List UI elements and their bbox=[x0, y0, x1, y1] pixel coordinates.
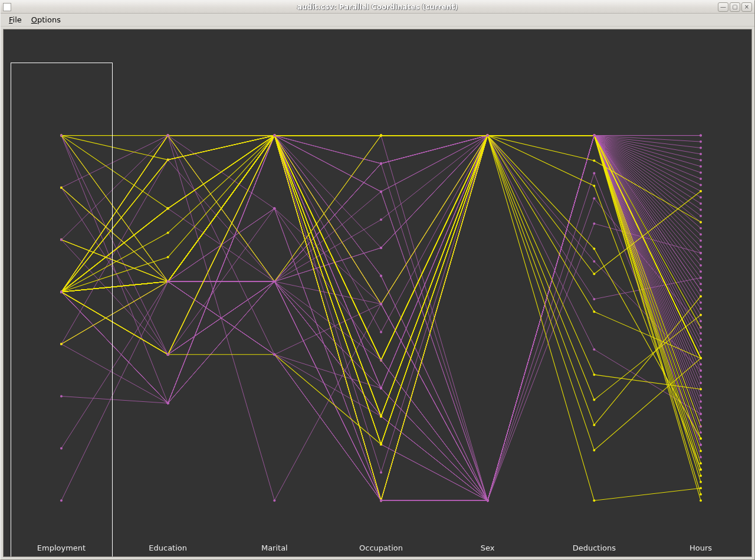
svg-point-419 bbox=[700, 245, 702, 248]
svg-point-654 bbox=[380, 331, 382, 333]
svg-point-650 bbox=[700, 172, 702, 174]
svg-point-754 bbox=[593, 424, 595, 426]
svg-point-792 bbox=[167, 353, 169, 356]
svg-point-461 bbox=[700, 283, 702, 285]
svg-point-691 bbox=[593, 135, 595, 137]
svg-point-328 bbox=[700, 407, 702, 409]
svg-point-609 bbox=[60, 186, 63, 189]
svg-point-726 bbox=[593, 185, 595, 187]
svg-point-591 bbox=[380, 191, 382, 193]
svg-point-787 bbox=[380, 499, 382, 502]
svg-point-686 bbox=[60, 135, 63, 137]
svg-point-741 bbox=[700, 487, 702, 489]
svg-point-573 bbox=[700, 456, 702, 459]
svg-point-223 bbox=[700, 240, 702, 242]
svg-point-762 bbox=[700, 190, 702, 192]
svg-point-463 bbox=[167, 232, 169, 234]
svg-point-196 bbox=[60, 499, 63, 502]
plot-frame: EmploymentEducationMaritalOccupationSexD… bbox=[3, 29, 752, 557]
app-icon bbox=[3, 3, 11, 11]
svg-point-329 bbox=[60, 395, 63, 397]
svg-point-517 bbox=[700, 499, 702, 502]
svg-point-618 bbox=[273, 207, 275, 209]
svg-point-447 bbox=[700, 481, 702, 483]
svg-point-768 bbox=[593, 222, 595, 225]
svg-point-733 bbox=[593, 374, 595, 376]
svg-point-62 bbox=[700, 307, 702, 310]
svg-point-782 bbox=[593, 348, 595, 351]
svg-point-195 bbox=[700, 270, 702, 273]
svg-point-715 bbox=[167, 159, 169, 161]
svg-point-482 bbox=[700, 202, 702, 205]
menu-file[interactable]: File bbox=[4, 14, 27, 25]
svg-point-658 bbox=[60, 343, 63, 345]
parallel-coordinates-plot[interactable]: EmploymentEducationMaritalOccupationSexD… bbox=[4, 30, 751, 556]
svg-point-636 bbox=[700, 474, 702, 477]
svg-point-783 bbox=[700, 412, 702, 415]
menu-options[interactable]: Options bbox=[27, 14, 65, 25]
svg-point-440 bbox=[700, 376, 702, 378]
svg-point-279 bbox=[700, 345, 702, 347]
svg-point-795 bbox=[487, 135, 489, 137]
svg-point-799 bbox=[167, 280, 169, 283]
svg-point-790 bbox=[700, 326, 702, 329]
svg-point-209 bbox=[700, 462, 702, 464]
svg-point-789 bbox=[593, 197, 595, 199]
svg-point-587 bbox=[700, 493, 702, 496]
svg-point-125 bbox=[700, 431, 702, 434]
svg-point-800 bbox=[273, 135, 275, 137]
svg-point-705 bbox=[593, 399, 595, 401]
svg-point-797 bbox=[700, 369, 702, 372]
svg-point-629 bbox=[700, 147, 702, 149]
minimize-button[interactable]: — bbox=[718, 2, 728, 12]
svg-point-594 bbox=[700, 208, 702, 211]
svg-point-775 bbox=[593, 298, 595, 300]
svg-point-769 bbox=[700, 252, 702, 254]
svg-point-503 bbox=[700, 233, 702, 235]
svg-point-682 bbox=[380, 471, 382, 474]
window-frame: audit.csv: Parallel Coordinates (current… bbox=[0, 0, 755, 560]
svg-point-601 bbox=[700, 178, 702, 180]
svg-point-671 bbox=[700, 165, 702, 168]
svg-point-300 bbox=[700, 159, 702, 162]
svg-point-734 bbox=[700, 388, 702, 390]
svg-point-796 bbox=[593, 260, 595, 263]
close-button[interactable]: × bbox=[741, 2, 752, 12]
svg-point-167 bbox=[700, 289, 702, 292]
svg-point-377 bbox=[700, 332, 702, 335]
menu-file-tail: ile bbox=[13, 15, 22, 24]
svg-point-780 bbox=[380, 359, 382, 361]
svg-point-405 bbox=[700, 400, 702, 402]
pc-svg bbox=[4, 30, 751, 556]
svg-point-801 bbox=[380, 387, 382, 389]
svg-point-698 bbox=[593, 310, 595, 313]
svg-point-706 bbox=[700, 314, 702, 316]
svg-point-99 bbox=[167, 256, 169, 258]
svg-point-678 bbox=[700, 140, 702, 143]
window-buttons: — ▢ × bbox=[718, 2, 752, 12]
svg-point-798 bbox=[60, 291, 63, 293]
svg-point-802 bbox=[487, 499, 489, 502]
svg-point-745 bbox=[380, 415, 382, 417]
maximize-button[interactable]: ▢ bbox=[730, 2, 740, 12]
svg-point-727 bbox=[700, 469, 702, 471]
titlebar[interactable]: audit.csv: Parallel Coordinates (current… bbox=[1, 1, 754, 14]
svg-point-794 bbox=[380, 162, 382, 165]
svg-point-325 bbox=[380, 218, 382, 221]
svg-point-486 bbox=[380, 275, 382, 277]
svg-point-687 bbox=[167, 402, 169, 404]
svg-point-605 bbox=[380, 247, 382, 249]
svg-point-793 bbox=[273, 280, 275, 283]
svg-point-27 bbox=[700, 394, 702, 397]
svg-point-76 bbox=[700, 302, 702, 304]
svg-point-719 bbox=[593, 449, 595, 451]
svg-point-761 bbox=[593, 273, 595, 275]
svg-point-48 bbox=[700, 215, 702, 217]
svg-point-139 bbox=[700, 450, 702, 452]
svg-point-724 bbox=[380, 443, 382, 446]
svg-point-510 bbox=[700, 419, 702, 421]
svg-point-97 bbox=[700, 258, 702, 260]
svg-point-720 bbox=[700, 357, 702, 359]
svg-point-349 bbox=[700, 425, 702, 427]
svg-point-524 bbox=[700, 135, 702, 137]
